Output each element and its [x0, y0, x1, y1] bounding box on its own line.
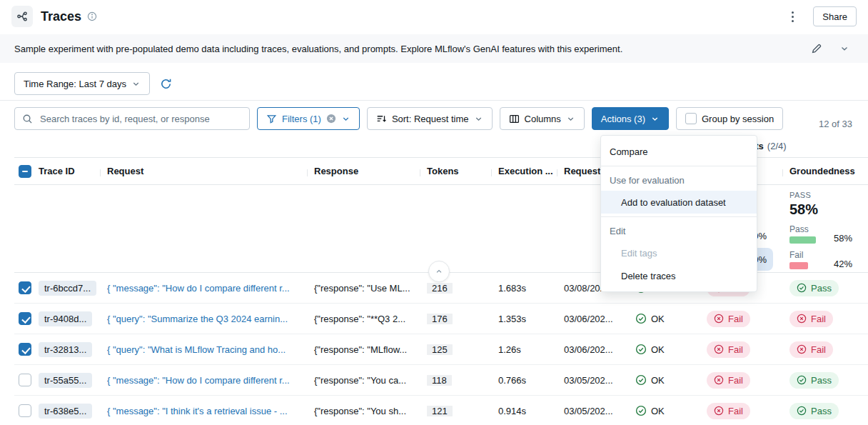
check-circle-icon: [797, 406, 807, 416]
divider: [0, 100, 868, 101]
chevron-down-icon: [474, 114, 483, 124]
info-icon[interactable]: [87, 11, 97, 21]
share-button[interactable]: Share: [813, 6, 857, 26]
request-time: 03/05/202...: [557, 406, 628, 416]
check-circle-icon: [635, 405, 647, 416]
traces-page: Traces Share Sample experiment with pre-…: [0, 0, 868, 425]
collapse-summary-button[interactable]: [428, 261, 450, 282]
overall-pass-label: PASS: [789, 191, 852, 199]
assessment-badge[interactable]: Fail: [707, 403, 750, 419]
groundedness-badge[interactable]: Pass: [789, 403, 839, 419]
x-circle-icon: [714, 344, 724, 354]
row-checkbox[interactable]: [19, 312, 31, 325]
traces-branch-icon: [11, 6, 33, 27]
check-circle-icon: [635, 374, 647, 386]
execution-time: 0.914s: [491, 406, 557, 416]
sort-icon: [376, 114, 387, 124]
menu-group-use-for-evaluation: Use for evaluation: [601, 169, 757, 191]
fail-bar: [789, 262, 808, 269]
table-row[interactable]: tr-55a55... { "message": "How do I compa…: [14, 365, 868, 396]
row-checkbox[interactable]: [19, 343, 31, 356]
chevron-down-icon: [131, 79, 141, 89]
chevron-up-icon: [435, 267, 443, 276]
request-time: 03/05/202...: [557, 375, 628, 386]
response-text: {"response": "You ca...: [307, 375, 420, 386]
response-text: {"response": "**Q3 2...: [307, 314, 420, 324]
table-row[interactable]: tr-32813... { "query": "What is MLflow T…: [14, 334, 868, 365]
fail-stat-row[interactable]: Fail 42%: [789, 250, 852, 269]
edit-description-icon[interactable]: [811, 43, 822, 54]
row-checkbox[interactable]: [19, 374, 31, 386]
x-circle-icon: [714, 406, 724, 416]
time-range-dropdown[interactable]: Time Range: Last 7 days: [14, 72, 150, 95]
overflow-menu-icon[interactable]: [784, 8, 800, 25]
trace-id-link[interactable]: tr-32813...: [39, 342, 92, 357]
search-input[interactable]: [39, 113, 242, 125]
columns-dropdown[interactable]: Columns: [500, 107, 585, 130]
group-by-session-checkbox[interactable]: [685, 113, 697, 124]
collapse-banner-chevron-icon[interactable]: [839, 44, 849, 54]
table-row[interactable]: tr-9408d... { "query": "Summarize the Q3…: [14, 304, 868, 334]
tokens-badge: 176: [427, 314, 453, 324]
check-circle-icon: [635, 344, 647, 355]
select-all-checkbox[interactable]: [19, 165, 31, 178]
refresh-icon[interactable]: [160, 78, 172, 90]
sort-dropdown[interactable]: Sort: Request time: [367, 107, 493, 130]
table-row[interactable]: tr-638e5... { "message": "I think it's a…: [14, 396, 868, 425]
menu-item-delete-traces[interactable]: Delete traces: [601, 264, 757, 287]
groundedness-badge[interactable]: Fail: [789, 341, 833, 358]
actions-dropdown-menu: Compare Use for evaluation Add to evalua…: [600, 135, 757, 292]
check-circle-icon: [797, 375, 807, 385]
groundedness-summary: PASS 58% Pass 58% Fail 42%: [782, 185, 868, 272]
check-circle-icon: [797, 283, 807, 293]
status-ok: OK: [628, 374, 700, 386]
filters-button[interactable]: Filters (1): [257, 107, 360, 130]
trace-id-link[interactable]: tr-6bccd7...: [39, 281, 96, 296]
assessment-badge[interactable]: Fail: [707, 311, 750, 327]
x-circle-icon: [714, 314, 724, 324]
execution-time: 1.353s: [491, 314, 557, 324]
request-link[interactable]: { "query": "What is MLflow Tracing and h…: [107, 344, 286, 355]
groundedness-badge[interactable]: Pass: [789, 372, 839, 389]
trace-id-link[interactable]: tr-638e5...: [39, 404, 92, 419]
col-execution-time[interactable]: Execution ...: [491, 166, 557, 176]
row-count-label: 12 of 33: [819, 119, 852, 129]
clear-filters-icon[interactable]: [326, 114, 336, 124]
execution-time: 0.766s: [491, 375, 557, 386]
trace-id-link[interactable]: tr-9408d...: [39, 311, 92, 326]
tokens-badge: 216: [427, 283, 453, 294]
assessment-badge[interactable]: Fail: [707, 372, 750, 389]
row-checkbox[interactable]: [19, 281, 31, 294]
actions-button[interactable]: Actions (3): [592, 107, 669, 130]
menu-divider: [601, 166, 757, 166]
status-ok: OK: [628, 313, 700, 324]
request-link[interactable]: { "message": "I think it's a retrieval i…: [107, 406, 288, 416]
request-link[interactable]: { "message": "How do I compare different…: [107, 375, 290, 386]
response-text: {"response": "MLflow...: [307, 344, 420, 355]
chevron-down-icon: [566, 114, 575, 124]
menu-item-compare[interactable]: Compare: [601, 140, 757, 163]
request-link[interactable]: { "message": "How do I compare different…: [107, 283, 290, 294]
col-trace-id[interactable]: Trace ID: [39, 166, 75, 176]
request-time: 03/06/202...: [557, 314, 628, 324]
pass-stat-row[interactable]: Pass 58%: [789, 224, 852, 244]
trace-id-link[interactable]: tr-55a55...: [39, 373, 92, 388]
col-response[interactable]: Response: [307, 166, 420, 176]
col-groundedness[interactable]: Groundedness: [782, 166, 868, 176]
col-request[interactable]: Request: [100, 166, 307, 176]
status-ok: OK: [628, 405, 700, 416]
groundedness-badge[interactable]: Fail: [789, 311, 833, 327]
x-circle-icon: [797, 344, 807, 354]
assessment-badge[interactable]: Fail: [707, 341, 750, 358]
groundedness-badge[interactable]: Pass: [789, 280, 839, 296]
group-by-session-toggle[interactable]: Group by session: [676, 107, 783, 130]
execution-time: 1.26s: [491, 344, 557, 355]
tokens-badge: 121: [427, 406, 453, 416]
row-checkbox[interactable]: [19, 404, 31, 417]
menu-item-edit-tags[interactable]: Edit tags: [601, 241, 757, 264]
search-icon: [22, 114, 33, 124]
col-tokens[interactable]: Tokens: [420, 166, 491, 176]
x-circle-icon: [714, 375, 724, 385]
menu-item-add-to-evaluation-dataset[interactable]: Add to evaluation dataset: [601, 191, 757, 214]
request-link[interactable]: { "query": "Summarize the Q3 2024 earnin…: [107, 314, 288, 324]
